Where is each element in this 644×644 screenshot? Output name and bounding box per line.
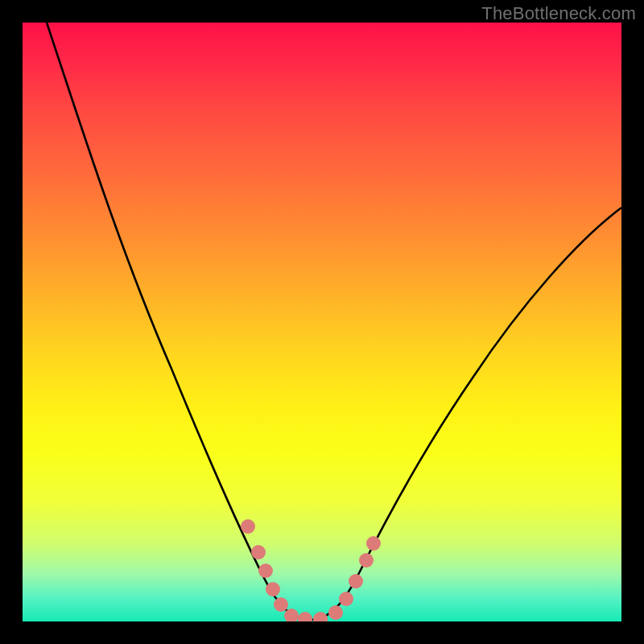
svg-point-1 <box>251 545 266 559</box>
bottleneck-curve <box>23 23 621 621</box>
svg-point-12 <box>366 536 381 551</box>
svg-point-4 <box>274 597 288 612</box>
svg-point-6 <box>298 612 312 621</box>
svg-point-9 <box>339 592 353 606</box>
svg-point-11 <box>359 553 374 568</box>
svg-point-0 <box>241 519 255 534</box>
chart-frame: TheBottleneck.com <box>0 0 644 644</box>
curve-path <box>47 23 621 620</box>
svg-point-3 <box>266 582 280 597</box>
svg-point-7 <box>313 612 328 621</box>
watermark-text: TheBottleneck.com <box>481 3 636 24</box>
svg-point-2 <box>258 564 273 578</box>
svg-point-8 <box>328 605 343 620</box>
svg-point-10 <box>349 574 363 588</box>
plot-area <box>23 23 621 621</box>
